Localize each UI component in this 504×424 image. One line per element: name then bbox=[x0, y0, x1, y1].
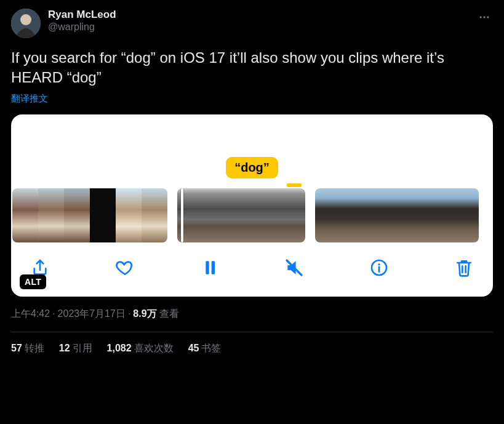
avatar[interactable] bbox=[11, 9, 41, 38]
search-bubble-area: “dog” bbox=[11, 114, 493, 187]
clip-group-1[interactable] bbox=[12, 188, 167, 242]
display-name[interactable]: Ryan McLeod bbox=[48, 9, 476, 21]
quotes-count: 12 bbox=[59, 343, 70, 353]
clip-thumb bbox=[453, 188, 479, 242]
tweet-date[interactable]: 2023年7月17日 bbox=[58, 308, 126, 321]
svg-point-4 bbox=[487, 16, 489, 18]
clip-thumb bbox=[241, 188, 273, 242]
likes-label: 喜欢次数 bbox=[134, 343, 174, 353]
quotes-stat[interactable]: 12引用 bbox=[59, 342, 92, 355]
more-icon bbox=[478, 11, 490, 23]
trash-button[interactable] bbox=[452, 256, 476, 279]
views-count[interactable]: 8.9万 bbox=[133, 308, 156, 321]
clip-thumb bbox=[142, 188, 167, 242]
clip-thumb bbox=[375, 188, 401, 242]
clip-thumb bbox=[90, 188, 116, 242]
avatar-image bbox=[11, 9, 41, 38]
svg-point-3 bbox=[483, 16, 485, 18]
bookmarks-count: 45 bbox=[188, 343, 199, 353]
tweet-text: If you search for “dog” on iOS 17 it’ll … bbox=[11, 48, 493, 88]
heart-button[interactable] bbox=[113, 256, 137, 279]
playhead[interactable] bbox=[181, 188, 183, 242]
meta-sep: · bbox=[128, 308, 130, 319]
svg-point-2 bbox=[480, 16, 482, 18]
meta-sep: · bbox=[52, 308, 55, 319]
svg-rect-6 bbox=[211, 261, 214, 274]
stats-row: 57转推 12引用 1,082喜欢次数 45书签 bbox=[11, 332, 493, 355]
author-names: Ryan McLeod @warpling bbox=[48, 9, 476, 33]
svg-point-9 bbox=[378, 263, 380, 265]
media-card[interactable]: “dog” bbox=[11, 114, 493, 297]
clip-thumb bbox=[273, 188, 305, 242]
clip-thumb bbox=[116, 188, 142, 242]
mute-icon bbox=[284, 258, 304, 278]
heart-icon bbox=[115, 258, 135, 278]
clip-thumb bbox=[209, 188, 241, 242]
more-button[interactable] bbox=[476, 9, 493, 28]
svg-rect-5 bbox=[206, 261, 209, 274]
tweet-time[interactable]: 上午4:42 bbox=[11, 308, 50, 321]
tweet: Ryan McLeod @warpling If you search for … bbox=[0, 0, 504, 355]
likes-count: 1,082 bbox=[107, 343, 132, 353]
meta-row: 上午4:42 · 2023年7月17日 · 8.9万 查看 bbox=[11, 308, 493, 321]
bookmarks-label: 书签 bbox=[201, 343, 221, 353]
retweets-count: 57 bbox=[11, 343, 22, 353]
clip-thumb bbox=[401, 188, 427, 242]
views-label: 查看 bbox=[159, 308, 179, 321]
media-inner: “dog” bbox=[11, 114, 493, 297]
quotes-label: 引用 bbox=[73, 343, 92, 353]
bookmarks-stat[interactable]: 45书签 bbox=[188, 342, 222, 355]
search-bubble: “dog” bbox=[226, 157, 278, 178]
scrub-marker bbox=[287, 183, 302, 187]
pause-button[interactable] bbox=[198, 256, 222, 279]
clip-thumb bbox=[177, 188, 209, 242]
retweets-stat[interactable]: 57转推 bbox=[11, 342, 44, 355]
pause-icon bbox=[200, 258, 220, 278]
clip-thumb bbox=[315, 188, 350, 242]
media-toolbar bbox=[11, 244, 493, 297]
info-button[interactable] bbox=[367, 256, 391, 279]
info-icon bbox=[369, 258, 389, 278]
svg-point-1 bbox=[20, 14, 31, 25]
retweets-label: 转推 bbox=[25, 343, 44, 353]
mute-button[interactable] bbox=[282, 256, 306, 279]
video-timeline[interactable] bbox=[11, 187, 493, 244]
tweet-header: Ryan McLeod @warpling bbox=[11, 9, 493, 38]
clip-thumb bbox=[427, 188, 453, 242]
clip-thumb bbox=[38, 188, 64, 242]
clip-thumb bbox=[12, 188, 38, 242]
clip-group-2[interactable] bbox=[177, 188, 305, 242]
alt-badge[interactable]: ALT bbox=[20, 274, 46, 289]
clip-thumb bbox=[350, 188, 375, 242]
clip-group-3[interactable] bbox=[315, 188, 479, 242]
clip-thumb bbox=[64, 188, 90, 242]
handle[interactable]: @warpling bbox=[48, 21, 476, 33]
likes-stat[interactable]: 1,082喜欢次数 bbox=[107, 342, 174, 355]
trash-icon bbox=[454, 258, 474, 278]
translate-link[interactable]: 翻译推文 bbox=[11, 93, 493, 105]
